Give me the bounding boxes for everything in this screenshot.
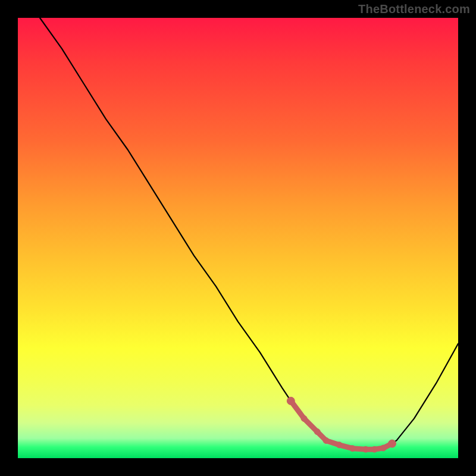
optimal-point <box>389 440 396 447</box>
optimal-region-path <box>291 401 392 449</box>
optimal-point <box>371 446 377 452</box>
plot-area <box>18 18 458 458</box>
optimal-point <box>314 429 320 435</box>
optimal-point <box>336 442 342 448</box>
bottleneck-curve <box>40 18 458 449</box>
optimal-point <box>349 446 355 452</box>
watermark-text: TheBottleneck.com <box>358 2 470 16</box>
optimal-point <box>380 445 386 451</box>
curve-svg <box>18 18 458 458</box>
chart-stage: TheBottleneck.com <box>0 0 476 476</box>
optimal-point <box>363 446 369 452</box>
optimal-point <box>323 437 329 443</box>
optimal-point <box>301 415 307 421</box>
optimal-point <box>287 397 295 405</box>
optimal-region-dots <box>287 397 396 452</box>
